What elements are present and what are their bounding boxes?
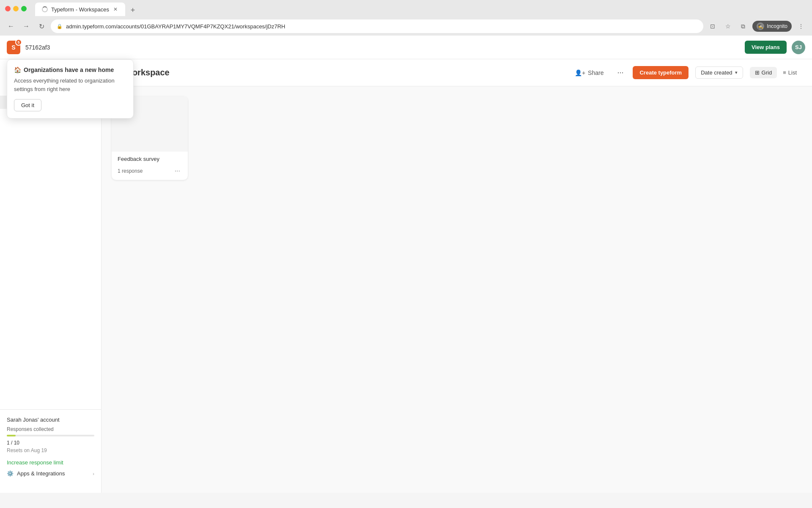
- sort-chevron-icon: ▾: [735, 70, 738, 75]
- progress-count: 1 / 10: [7, 440, 94, 446]
- list-label: List: [788, 69, 797, 76]
- tooltip-body: Access everything related to organizatio…: [14, 77, 126, 93]
- extensions-icon[interactable]: ⧉: [737, 20, 749, 32]
- share-icon: 👤+: [575, 69, 585, 76]
- workspace-area: My workspace 👤+ Share ··· Create typefor…: [102, 59, 812, 493]
- progress-bar-fill: [7, 435, 16, 436]
- notification-badge: 5: [15, 39, 22, 46]
- form-card-more-button[interactable]: ···: [173, 166, 182, 177]
- reset-text: Resets on Aug 19: [7, 447, 94, 453]
- got-it-button[interactable]: Got it: [14, 99, 41, 111]
- account-badge[interactable]: 5 S: [7, 41, 20, 54]
- tab-spinner-icon: [42, 6, 48, 12]
- tab-title: Typeform - Workspaces: [51, 6, 109, 13]
- tab-close-icon[interactable]: ✕: [112, 6, 118, 12]
- grid-view-button[interactable]: ⊞ Grid: [750, 67, 777, 78]
- more-options-button[interactable]: ···: [614, 66, 626, 80]
- view-plans-button[interactable]: View plans: [745, 41, 787, 54]
- incognito-label: Incognito: [767, 23, 787, 29]
- form-card-title: Feedback survey: [118, 156, 182, 162]
- minimize-traffic-light[interactable]: [13, 6, 19, 11]
- forward-button[interactable]: →: [20, 20, 32, 32]
- account-owner-label: Sarah Jonas' account: [7, 417, 94, 423]
- form-card-responses: 1 response: [118, 168, 143, 174]
- apps-integrations-item[interactable]: ⚙️ Apps & Integrations ›: [7, 466, 94, 481]
- share-label: Share: [588, 69, 604, 76]
- avatar[interactable]: SJ: [792, 41, 805, 54]
- active-tab[interactable]: Typeform - Workspaces ✕: [35, 3, 125, 16]
- browser-actions: ⊡ ☆ ⧉ 🕵 Incognito ⋮: [707, 20, 807, 32]
- app: 5 S 57162af3 View plans SJ 🏠 Organizatio…: [0, 36, 812, 493]
- refresh-button[interactable]: ↻: [36, 20, 47, 32]
- tooltip-header: 🏠 Organizations have a new home: [14, 66, 126, 73]
- tooltip-popover: 🏠 Organizations have a new home Access e…: [7, 59, 134, 119]
- content-area: Feedback survey 1 response ···: [102, 86, 812, 493]
- browser-titlebar: Typeform - Workspaces ✕ +: [0, 0, 812, 17]
- grid-icon: ⊞: [755, 69, 760, 76]
- apps-chevron-icon: ›: [93, 471, 94, 476]
- progress-bar-background: [7, 435, 94, 436]
- sidebar: 🔍 ▾ My workspace Sarah Jonas' account Re…: [0, 59, 102, 493]
- incognito-button[interactable]: 🕵 Incognito: [752, 21, 792, 32]
- form-card-body: Feedback survey: [112, 152, 188, 162]
- back-button[interactable]: ←: [5, 20, 17, 32]
- cast-icon[interactable]: ⊡: [707, 20, 719, 32]
- bookmark-icon[interactable]: ☆: [722, 20, 734, 32]
- account-name: 57162af3: [25, 44, 50, 51]
- incognito-icon: 🕵: [757, 22, 764, 30]
- list-icon: ≡: [783, 69, 786, 76]
- responses-collected-label: Responses collected: [7, 426, 94, 432]
- view-toggle: ⊞ Grid ≡ List: [750, 67, 802, 78]
- list-view-button[interactable]: ≡ List: [778, 67, 802, 78]
- new-tab-button[interactable]: +: [127, 4, 139, 16]
- tab-bar: Typeform - Workspaces ✕ +: [30, 1, 144, 16]
- workspace-header: My workspace 👤+ Share ··· Create typefor…: [102, 59, 812, 86]
- browser-chrome: Typeform - Workspaces ✕ + ← → ↻ 🔒 admin.…: [0, 0, 812, 36]
- url-text: admin.typeform.com/accounts/01GBAYRAP1MY…: [66, 23, 285, 30]
- grid-label: Grid: [762, 69, 772, 76]
- maximize-traffic-light[interactable]: [21, 6, 27, 11]
- address-bar[interactable]: 🔒 admin.typeform.com/accounts/01GBAYRAP1…: [51, 19, 703, 33]
- date-sort-dropdown[interactable]: Date created ▾: [695, 66, 743, 79]
- create-typeform-button[interactable]: Create typeform: [633, 66, 689, 79]
- share-button[interactable]: 👤+ Share: [571, 67, 608, 79]
- apps-label: Apps & Integrations: [17, 470, 65, 477]
- lock-icon: 🔒: [57, 24, 63, 29]
- increase-limit-link[interactable]: Increase response limit: [7, 459, 63, 466]
- tooltip-title: Organizations have a new home: [24, 66, 114, 73]
- traffic-lights: [5, 6, 27, 11]
- sort-label: Date created: [701, 69, 732, 76]
- form-card-footer: 1 response ···: [112, 162, 188, 180]
- main-layout: 🔍 ▾ My workspace Sarah Jonas' account Re…: [0, 59, 812, 493]
- topbar: 5 S 57162af3 View plans SJ 🏠 Organizatio…: [0, 36, 812, 59]
- sidebar-bottom: Sarah Jonas' account Responses collected…: [0, 409, 101, 488]
- close-traffic-light[interactable]: [5, 6, 11, 11]
- menu-icon[interactable]: ⋮: [795, 20, 807, 32]
- address-bar-row: ← → ↻ 🔒 admin.typeform.com/accounts/01GB…: [0, 17, 812, 36]
- apps-icon: ⚙️: [7, 470, 14, 477]
- tooltip-icon: 🏠: [14, 66, 21, 73]
